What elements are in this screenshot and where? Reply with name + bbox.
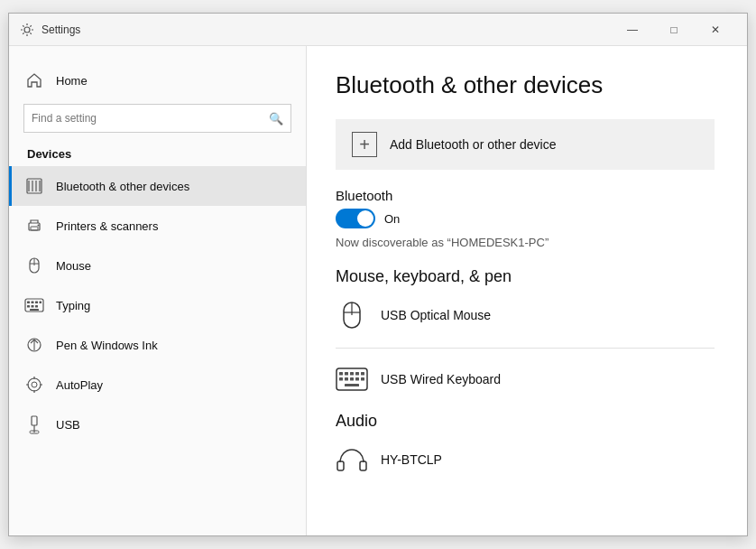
sidebar-item-usb[interactable]: USB [9, 405, 306, 444]
sidebar-mouse-label: Mouse [56, 259, 91, 273]
window-controls: — □ ✕ [612, 14, 736, 46]
svg-rect-37 [350, 377, 354, 381]
mouse-keyboard-section-title: Mouse, keyboard, & pen [336, 267, 718, 286]
svg-rect-7 [31, 227, 38, 230]
pen-icon [23, 334, 45, 356]
svg-rect-20 [30, 309, 39, 311]
svg-rect-32 [350, 372, 354, 376]
close-button[interactable]: ✕ [695, 14, 736, 46]
svg-rect-13 [27, 302, 30, 304]
svg-rect-34 [361, 372, 364, 376]
add-device-button[interactable]: + Add Bluetooth or other device [336, 119, 715, 170]
sidebar-item-typing[interactable]: Typing [9, 285, 306, 325]
svg-rect-39 [361, 377, 364, 381]
devices-divider [336, 348, 715, 349]
svg-rect-42 [360, 461, 366, 470]
svg-rect-38 [355, 377, 359, 381]
sidebar-autoplay-label: AutoPlay [56, 378, 103, 392]
mouse-device-name: USB Optical Mouse [381, 308, 491, 322]
sidebar: Home 🔍 Devices [9, 46, 307, 535]
svg-rect-17 [27, 305, 30, 308]
titlebar: Settings — □ ✕ [9, 14, 747, 46]
svg-rect-18 [32, 305, 34, 308]
svg-rect-16 [40, 302, 42, 304]
content-area: Home 🔍 Devices [9, 46, 747, 535]
svg-rect-36 [345, 377, 348, 381]
discoverable-text: Now discoverable as “HOMEDESK1-PC” [336, 236, 718, 249]
add-device-label: Add Bluetooth or other device [390, 137, 556, 152]
sidebar-section-title: Devices [9, 144, 306, 166]
svg-point-0 [24, 27, 30, 33]
svg-rect-35 [339, 377, 343, 381]
headphones-device-icon [336, 443, 368, 476]
sidebar-item-home[interactable]: Home [9, 60, 306, 100]
home-icon [23, 70, 45, 91]
toggle-knob [357, 210, 373, 227]
autoplay-icon [23, 374, 45, 395]
keyboard-icon [23, 294, 45, 316]
sidebar-typing-label: Typing [56, 299, 90, 312]
bluetooth-section-label: Bluetooth [336, 188, 718, 203]
bluetooth-toggle-label: On [384, 212, 400, 226]
window-title: Settings [41, 23, 612, 36]
sidebar-item-bluetooth[interactable]: Bluetooth & other devices [9, 166, 306, 206]
bluetooth-toggle[interactable] [336, 209, 375, 228]
search-box[interactable]: 🔍 [23, 104, 291, 133]
main-content: Bluetooth & other devices + Add Bluetoot… [307, 46, 747, 535]
svg-rect-24 [32, 416, 37, 425]
sidebar-item-pen[interactable]: Pen & Windows Ink [9, 325, 306, 365]
maximize-button[interactable]: □ [653, 14, 695, 46]
keyboard-device-name: USB Wired Keyboard [381, 372, 501, 386]
device-item-headphones: HY-BTCLP [336, 443, 718, 476]
svg-point-23 [32, 382, 37, 387]
mouse-icon [23, 255, 45, 276]
bluetooth-icon [23, 175, 45, 197]
minimize-button[interactable]: — [612, 14, 653, 46]
device-item-keyboard: USB Wired Keyboard [336, 363, 718, 395]
svg-rect-30 [339, 372, 343, 376]
sidebar-printers-label: Printers & scanners [56, 219, 158, 233]
sidebar-item-printers[interactable]: Printers & scanners [9, 206, 306, 246]
bluetooth-toggle-row: On [336, 209, 718, 228]
settings-app-icon [20, 23, 34, 37]
sidebar-item-mouse[interactable]: Mouse [9, 246, 306, 285]
search-input[interactable] [32, 112, 269, 125]
svg-point-22 [28, 378, 41, 391]
search-icon: 🔍 [269, 112, 283, 126]
svg-rect-15 [35, 302, 38, 304]
svg-rect-19 [35, 305, 38, 308]
usb-icon [23, 414, 45, 435]
keyboard-device-icon [336, 363, 368, 395]
page-title: Bluetooth & other devices [336, 71, 718, 99]
sidebar-pen-label: Pen & Windows Ink [56, 339, 158, 352]
sidebar-bluetooth-label: Bluetooth & other devices [56, 180, 189, 193]
sidebar-usb-label: USB [56, 418, 80, 432]
audio-section-title: Audio [336, 412, 718, 431]
sidebar-home-label: Home [56, 74, 88, 88]
svg-rect-40 [345, 384, 359, 386]
svg-rect-41 [337, 461, 344, 470]
printer-icon [23, 215, 45, 237]
settings-window: Settings — □ ✕ Home 🔍 [8, 13, 748, 536]
svg-rect-33 [355, 372, 359, 376]
svg-rect-31 [345, 372, 348, 376]
device-item-mouse: USB Optical Mouse [336, 299, 718, 331]
svg-point-8 [38, 225, 40, 227]
svg-rect-14 [32, 302, 34, 304]
sidebar-item-autoplay[interactable]: AutoPlay [9, 365, 306, 405]
mouse-device-icon [336, 299, 368, 331]
headphones-device-name: HY-BTCLP [381, 452, 442, 467]
plus-icon: + [352, 132, 377, 157]
